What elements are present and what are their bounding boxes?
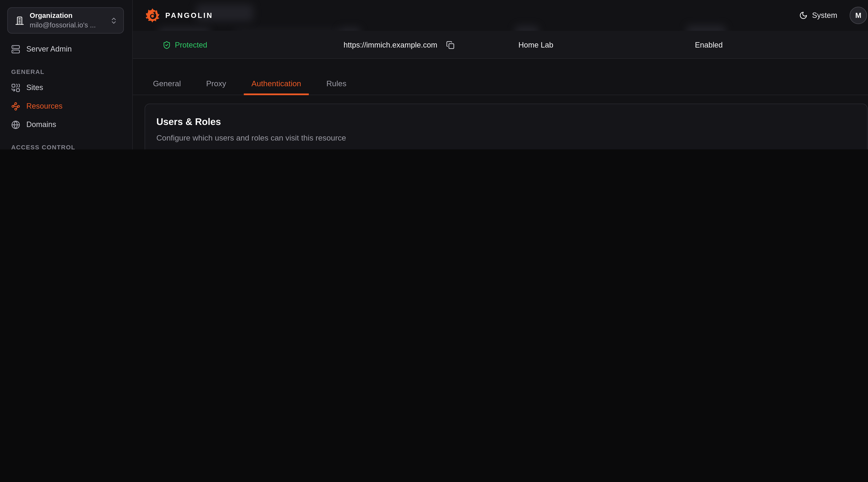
- moon-icon: [799, 11, 808, 20]
- sidebar-item-domains[interactable]: Domains: [8, 116, 124, 134]
- building-icon: [15, 16, 24, 25]
- server-icon: [11, 44, 20, 54]
- shield-check-icon: [162, 41, 171, 49]
- resource-status: Protected: [162, 31, 207, 59]
- app-root: Organization milo@fossorial.io's ... Ser…: [0, 0, 868, 150]
- pangolin-brand[interactable]: PANGOLIN: [145, 7, 213, 24]
- sidebar-item-resources[interactable]: Resources: [8, 97, 124, 115]
- resource-tabs: General Proxy Authentication Rules: [133, 73, 868, 95]
- main-area: PANGOLIN System M Protected htt: [133, 0, 868, 150]
- combine-icon: [11, 83, 20, 92]
- tab-content: Users & Roles Configure which users and …: [133, 95, 868, 150]
- tab-rules[interactable]: Rules: [318, 73, 354, 95]
- card-title: Users & Roles: [156, 116, 856, 128]
- sidebar-item-label: Sites: [26, 84, 43, 92]
- resource-status-label: Protected: [175, 41, 207, 49]
- sidebar-section-general: GENERAL: [8, 66, 124, 77]
- sidebar-section-access-control: ACCESS CONTROL: [8, 141, 124, 150]
- resource-info-bar: Protected https://immich.example.com Hom…: [133, 31, 868, 59]
- org-switcher-text: Organization milo@fossorial.io's ...: [30, 11, 110, 29]
- globe-icon: [11, 120, 20, 129]
- tab-authentication[interactable]: Authentication: [244, 73, 309, 95]
- tab-general[interactable]: General: [145, 73, 189, 95]
- topbar-right: System M: [799, 7, 867, 24]
- tab-proxy[interactable]: Proxy: [198, 73, 234, 95]
- theme-toggle[interactable]: System: [799, 11, 837, 20]
- waypoints-icon: [11, 102, 20, 111]
- sidebar-item-sites[interactable]: Sites: [8, 78, 124, 97]
- users-roles-card: Users & Roles Configure which users and …: [145, 104, 868, 150]
- sidebar-item-label: Server Admin: [26, 45, 72, 53]
- resource-sso-status: Enabled: [695, 31, 723, 59]
- card-subtitle: Configure which users and roles can visi…: [156, 133, 856, 143]
- copy-icon[interactable]: [446, 41, 455, 49]
- org-switcher[interactable]: Organization milo@fossorial.io's ...: [7, 7, 124, 34]
- sidebar: Organization milo@fossorial.io's ... Ser…: [0, 0, 133, 150]
- sidebar-item-server-admin[interactable]: Server Admin: [8, 40, 124, 58]
- resource-site: Home Lab: [518, 31, 553, 59]
- brand-name: PANGOLIN: [165, 11, 213, 20]
- resource-url-text: https://immich.example.com: [344, 41, 437, 49]
- user-avatar[interactable]: M: [849, 7, 867, 24]
- theme-label: System: [812, 11, 837, 20]
- org-switcher-value: milo@fossorial.io's ...: [30, 21, 110, 29]
- pangolin-logo-icon: [145, 7, 161, 24]
- sidebar-item-label: Resources: [26, 102, 62, 110]
- chevrons-up-down-icon: [110, 17, 118, 24]
- sidebar-nav: Server Admin GENERAL Sites Resources Dom: [0, 40, 132, 150]
- resource-url: https://immich.example.com: [344, 31, 455, 59]
- sidebar-item-label: Domains: [26, 120, 56, 129]
- org-switcher-label: Organization: [30, 11, 110, 20]
- topbar: PANGOLIN System M: [133, 0, 868, 31]
